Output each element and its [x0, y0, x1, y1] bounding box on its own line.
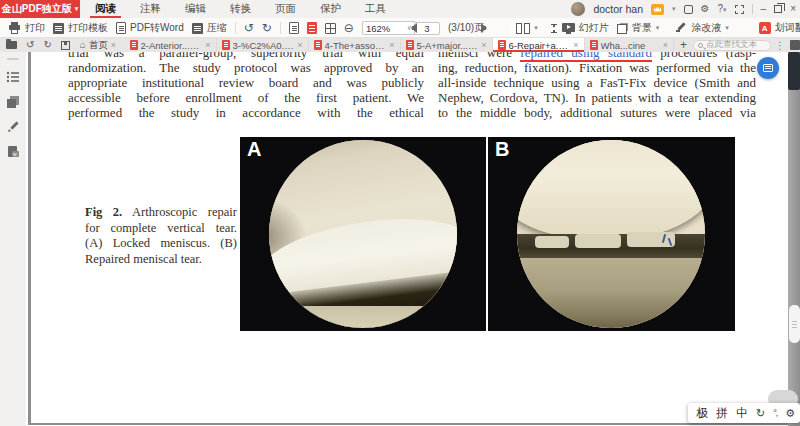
- tab-close-icon[interactable]: ×: [389, 40, 394, 50]
- titlebar-divider: [752, 4, 753, 14]
- account-caret-icon[interactable]: ▾: [672, 5, 676, 13]
- settings-gear-icon[interactable]: ⚙: [701, 4, 710, 14]
- menu-tab-protect[interactable]: 保护: [315, 0, 346, 18]
- title-bar: 金山PDF独立版 ▾ 阅读 注释 编辑 转换 页面 保护 工具 doctor h…: [0, 0, 800, 18]
- vip-badge-icon[interactable]: [651, 4, 664, 15]
- correction-fluid-button[interactable]: 涂改液 ▾: [675, 21, 729, 35]
- app-logo[interactable]: 金山PDF独立版 ▾: [0, 0, 80, 18]
- ime-history-icon[interactable]: ↻: [756, 407, 765, 420]
- user-name[interactable]: doctor han: [593, 3, 643, 15]
- tab-close-icon[interactable]: ×: [111, 40, 116, 50]
- menu-tab-annotate[interactable]: 注释: [135, 0, 166, 18]
- undo-quick-icon[interactable]: ↺: [26, 40, 34, 50]
- tab-close-icon[interactable]: ×: [663, 40, 668, 50]
- compact-mode-icon[interactable]: [735, 5, 744, 14]
- print-template-button[interactable]: 打印模板: [53, 21, 108, 35]
- more-options-icon[interactable]: ⋮: [775, 40, 785, 51]
- text-line-partial: menisci were repaired using standard pro…: [438, 52, 756, 60]
- background-icon: [617, 23, 628, 34]
- save-icon[interactable]: [61, 41, 70, 50]
- slideshow-icon: [562, 23, 575, 32]
- feedback-icon[interactable]: [684, 5, 693, 14]
- tab-document-7[interactable]: Wha...cine ×: [585, 38, 675, 52]
- find-text-box[interactable]: 点此查找文本: [693, 40, 771, 51]
- text-line: accessible before enrollment of the firs…: [68, 90, 424, 105]
- document-viewport[interactable]: trial was a parallel-group, superiority …: [26, 52, 800, 426]
- minimize-button[interactable]: –: [761, 4, 767, 14]
- page-count-label: (3/10)页: [448, 21, 484, 35]
- pdf-to-word-button[interactable]: PDF转Word: [116, 21, 184, 35]
- tab-close-icon[interactable]: ×: [481, 40, 486, 50]
- tab-home[interactable]: ⌂ 首页 ×: [76, 38, 125, 52]
- background-button[interactable]: 背景 ▾: [617, 21, 660, 35]
- ime-toolbar[interactable]: 极 拼 中 ↻ °, ⚙: [688, 403, 800, 423]
- open-folder-icon[interactable]: [6, 41, 17, 49]
- arthroscopic-image-a: [269, 140, 457, 328]
- menu-tab-read[interactable]: 阅读: [90, 0, 121, 18]
- tab-document-5[interactable]: 5-A+major...with+meta ×: [401, 38, 493, 52]
- redo-button[interactable]: ↻: [262, 22, 272, 34]
- pdf-view-button[interactable]: [307, 22, 317, 34]
- menu-tab-edit[interactable]: 编辑: [180, 0, 211, 18]
- app-logo-text: 金山PDF独立版: [2, 2, 72, 16]
- panel-toggle-icon[interactable]: [790, 40, 800, 50]
- document-tab-bar: ↺ ↻ ⌂ 首页 × 2-Anterior...onstruction × 3-…: [0, 38, 800, 52]
- tab-document-4[interactable]: 4-The+asso...jury+risk ×: [309, 38, 401, 52]
- caption-line: (A) Locked meniscus. (B): [85, 236, 237, 252]
- ime-mode-1[interactable]: 极: [696, 405, 708, 422]
- scrollbar-top-marker: [788, 52, 800, 90]
- home-icon: ⌂: [80, 40, 86, 50]
- restore-button[interactable]: [774, 5, 782, 13]
- new-tab-button[interactable]: +: [680, 38, 687, 52]
- zoom-out-button[interactable]: ⊖: [344, 22, 354, 34]
- floating-translate-button[interactable]: [757, 57, 779, 79]
- menu-tab-convert[interactable]: 转换: [225, 0, 256, 18]
- tab-document-3[interactable]: 3-%C2%A0....%C2%A0 ×: [217, 38, 309, 52]
- compress-button[interactable]: 压缩: [192, 21, 227, 35]
- user-avatar[interactable]: [571, 2, 585, 16]
- pdf-file-icon: [590, 40, 598, 50]
- print-button[interactable]: 打印: [8, 21, 45, 35]
- tab-close-icon[interactable]: ×: [297, 40, 302, 50]
- single-page-view-button[interactable]: [289, 22, 299, 34]
- outline-panel-icon[interactable]: [6, 70, 20, 84]
- tab-close-icon[interactable]: ×: [205, 40, 210, 50]
- help-icon[interactable]: ?▾: [718, 4, 727, 14]
- panel-a-label: A: [247, 138, 261, 161]
- svg-text:w: w: [13, 151, 17, 157]
- annotation-panel-icon[interactable]: [6, 120, 20, 134]
- app-window: 金山PDF独立版 ▾ 阅读 注释 编辑 转换 页面 保护 工具 doctor h…: [0, 0, 800, 426]
- ime-settings-gear-icon[interactable]: ⚙: [785, 407, 795, 420]
- menu-tab-page[interactable]: 页面: [270, 0, 301, 18]
- undo-button[interactable]: ↺: [244, 22, 254, 34]
- word-translate-button[interactable]: A 划词翻译: [759, 21, 800, 35]
- toolbar-right: (3/10)页 ▾ 幻灯片 背景 ▾ 涂改液 ▾: [406, 18, 800, 38]
- redo-quick-icon[interactable]: ↻: [43, 40, 51, 50]
- vertical-scrollbar[interactable]: [788, 52, 800, 426]
- ime-mode-3[interactable]: 中: [736, 405, 748, 422]
- text-line: randomization. The study protocol was ap…: [68, 60, 424, 75]
- correction-pen-icon: [675, 22, 687, 34]
- pdf-file-icon: [222, 40, 230, 50]
- printer-icon: [8, 22, 21, 34]
- tab-close-icon[interactable]: ×: [573, 40, 578, 50]
- tab-document-2[interactable]: 2-Anterior...onstruction ×: [125, 38, 217, 52]
- text-line: appropriate institutional review board a…: [68, 75, 424, 90]
- pdf-to-word-panel-icon[interactable]: w: [6, 145, 20, 159]
- multi-page-view-button[interactable]: [325, 23, 336, 34]
- page-number-input[interactable]: [414, 22, 440, 35]
- pdf-file-icon: [314, 40, 322, 50]
- sidebar-collapse-handle[interactable]: [7, 58, 19, 60]
- tab-document-6-active[interactable]: 6-Repair+a...led+study ×: [493, 38, 585, 52]
- ime-punctuation-icon[interactable]: °,: [773, 408, 777, 418]
- right-text-column: menisci were repaired using standard pro…: [438, 52, 756, 120]
- slideshow-button[interactable]: 幻灯片: [562, 21, 609, 35]
- two-page-view-button[interactable]: ▾: [516, 23, 538, 34]
- scrollbar-thumb[interactable]: [789, 305, 800, 343]
- thumbnails-panel-icon[interactable]: [6, 95, 20, 109]
- compress-icon: [192, 23, 203, 34]
- ime-mode-2[interactable]: 拼: [716, 405, 728, 422]
- panel-b-label: B: [495, 138, 509, 161]
- menu-tab-tools[interactable]: 工具: [360, 0, 391, 18]
- close-button[interactable]: ×: [790, 4, 796, 14]
